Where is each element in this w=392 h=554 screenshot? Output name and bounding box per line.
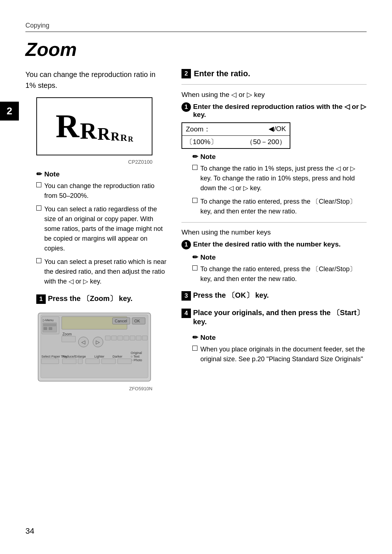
svg-text:Cancel: Cancel xyxy=(115,319,127,323)
note3-item-1: To change the ratio entered, press the 〔… xyxy=(192,264,367,284)
svg-rect-22 xyxy=(124,336,129,340)
svg-rect-24 xyxy=(136,336,141,340)
zoom-display-box: Zoom： ◀/OK 〔100%〕 （50－200） xyxy=(181,122,290,149)
letter-R-med1: R xyxy=(80,119,97,143)
step1-block: 1 Press the 〔Zoom〕 key. xyxy=(36,294,167,304)
svg-rect-25 xyxy=(142,336,147,340)
note4-item-1: When you place originals in the document… xyxy=(192,345,367,364)
step4-number: 4 xyxy=(181,309,191,318)
sub-step1-header: 1 Enter the desired reproduction ratios … xyxy=(181,102,367,119)
svg-text:Original: Original xyxy=(131,351,142,355)
note4-pencil-icon: ✏ xyxy=(192,333,198,342)
svg-rect-7 xyxy=(44,327,47,330)
step2-label: Enter the ratio. xyxy=(194,69,250,78)
svg-text:OK: OK xyxy=(134,319,140,323)
svg-rect-19 xyxy=(105,336,110,340)
svg-rect-18 xyxy=(62,336,75,342)
svg-rect-8 xyxy=(49,327,52,330)
note2-item-2: To change the ratio entered, press the 〔… xyxy=(192,197,367,216)
step3-label: Press the 〔OK〕 key. xyxy=(193,290,269,300)
step2-number: 2 xyxy=(181,69,191,78)
sub-step1-number: 1 xyxy=(181,102,191,112)
note2-item-1: To change the ratio in 1% steps, just pr… xyxy=(192,164,367,193)
page-number: 34 xyxy=(25,526,34,536)
svg-text:▷: ▷ xyxy=(96,339,100,345)
step2-header: 2 Enter the ratio. xyxy=(181,69,367,78)
svg-rect-33 xyxy=(41,359,59,364)
checkbox-icon xyxy=(36,258,41,263)
svg-rect-23 xyxy=(130,336,135,340)
svg-text:◁: ◁ xyxy=(81,339,85,345)
svg-rect-20 xyxy=(111,336,117,340)
svg-text:○ Text: ○ Text xyxy=(131,355,140,358)
note3-title-label: Note xyxy=(200,253,216,261)
sub-step1-label: Enter the desired reproduction ratios wi… xyxy=(193,102,367,119)
note-item-1-text: You can change the reproduction ratio fr… xyxy=(44,181,167,201)
note2-item-1-text: To change the ratio in 1% steps, just pr… xyxy=(200,164,367,193)
keyboard-caption: ZFO5910N xyxy=(36,386,152,391)
note-section-right3: ✏ Note When you place originals in the d… xyxy=(192,333,367,364)
checkbox-icon xyxy=(36,205,41,211)
step4-header: 4 Place your originals, and then press t… xyxy=(181,308,367,326)
intro-text: You can change the reproduction ratio in… xyxy=(25,69,167,91)
svg-text:Reduce/Enlarge: Reduce/Enlarge xyxy=(62,355,86,358)
step3-block: 3 Press the 〔OK〕 key. xyxy=(181,290,367,301)
note-title-label: Note xyxy=(44,170,60,178)
step4-label: Place your originals, and then press the… xyxy=(193,308,367,326)
chapter-marker: 2 xyxy=(0,102,19,121)
note-item-3: You can select a preset ratio which is n… xyxy=(36,257,167,286)
note-item-1: You can change the reproduction ratio fr… xyxy=(36,181,167,201)
step3-header: 3 Press the 〔OK〕 key. xyxy=(181,290,367,301)
checkbox-icon xyxy=(192,165,197,170)
step1-label: Press the 〔Zoom〕 key. xyxy=(48,294,132,304)
step1-header: 1 Press the 〔Zoom〕 key. xyxy=(36,294,167,304)
letter-R-small1: R xyxy=(111,130,120,143)
svg-rect-37 xyxy=(102,359,115,364)
svg-rect-38 xyxy=(118,359,131,364)
svg-text:○ Photo: ○ Photo xyxy=(131,358,142,362)
svg-rect-34 xyxy=(62,359,76,364)
checkbox-icon xyxy=(192,265,197,270)
note3-item-1-text: To change the ratio entered, press the 〔… xyxy=(200,264,367,284)
letter-R-tiny: R xyxy=(128,135,133,143)
when-using-number: When using the number keys xyxy=(181,228,367,236)
svg-text:Darker: Darker xyxy=(113,355,122,358)
note-item-3-text: You can select a preset ratio which is n… xyxy=(44,257,167,286)
note-pencil-icon: ✏ xyxy=(36,170,42,178)
note2-pencil-icon: ✏ xyxy=(192,152,198,161)
zoom-display-row2-left: 〔100%〕 xyxy=(186,137,217,147)
step1-number: 1 xyxy=(36,294,46,304)
letter-R-med2: R xyxy=(97,125,110,143)
keyboard-image: ▷Menu Cancel OK ◁ ▷ xyxy=(36,311,152,391)
note3-pencil-icon: ✏ xyxy=(192,253,198,261)
checkbox-icon xyxy=(36,182,41,187)
letter-R-large: R xyxy=(56,110,79,143)
when-using-arrow: When using the ◁ or ▷ key xyxy=(181,90,367,99)
zoom-display-row2: 〔100%〕 （50－200） xyxy=(182,136,290,148)
note-section-right2: ✏ Note To change the ratio entered, pres… xyxy=(192,253,367,284)
checkbox-icon xyxy=(192,198,197,203)
zoom-illustration: R R R R R R xyxy=(36,97,152,155)
svg-rect-35 xyxy=(78,359,82,364)
note-section-right1: ✏ Note To change the ratio in 1% steps, … xyxy=(192,152,367,216)
zoom-display-row1: Zoom： ◀/OK xyxy=(182,123,290,136)
step4-block: 4 Place your originals, and then press t… xyxy=(181,308,367,326)
keyboard-svg: ▷Menu Cancel OK ◁ ▷ xyxy=(36,311,152,384)
sub-step2-header: 1 Enter the desired ratio with the numbe… xyxy=(181,240,367,249)
svg-text:Zoom: Zoom xyxy=(62,332,72,336)
note-item-2-text: You can select a ratio regardless of the… xyxy=(44,204,167,253)
note-section-left: ✏ Note You can change the reproduction r… xyxy=(36,170,167,286)
sub-step2-number: 1 xyxy=(181,240,191,249)
page-title: Zoom xyxy=(25,38,367,60)
svg-rect-6 xyxy=(44,324,56,326)
breadcrumb: Copying xyxy=(25,22,367,29)
letter-R-small2: R xyxy=(121,133,127,143)
zoom-display-row2-right: （50－200） xyxy=(246,137,286,147)
image-caption: CP2Z0100 xyxy=(36,159,152,165)
svg-text:Lighter: Lighter xyxy=(94,355,105,358)
sub-step2-label: Enter the desired ratio with the number … xyxy=(193,240,341,248)
step3-number: 3 xyxy=(181,291,191,301)
note2-item-2-text: To change the ratio entered, press the 〔… xyxy=(200,197,367,216)
note4-item-1-text: When you place originals in the document… xyxy=(200,345,367,364)
svg-rect-21 xyxy=(118,336,123,340)
